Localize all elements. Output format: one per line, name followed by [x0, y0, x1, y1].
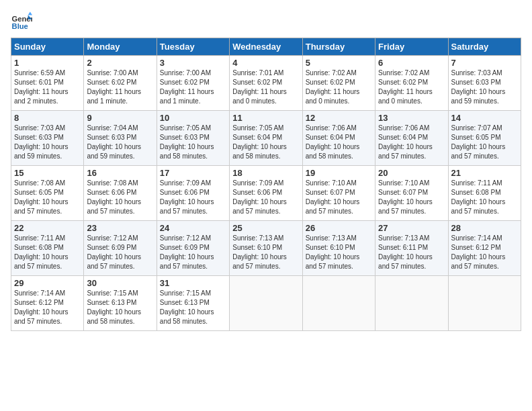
calendar-cell: 19 Sunrise: 7:10 AM Sunset: 6:07 PM Dayl… — [302, 166, 375, 221]
day-info: Sunrise: 7:06 AM Sunset: 6:04 PM Dayligh… — [378, 124, 445, 161]
calendar-cell: 9 Sunrise: 7:04 AM Sunset: 6:03 PM Dayli… — [84, 111, 157, 166]
calendar-week-1: 1 Sunrise: 6:59 AM Sunset: 6:01 PM Dayli… — [11, 56, 521, 111]
calendar-cell: 6 Sunrise: 7:02 AM Sunset: 6:02 PM Dayli… — [375, 56, 448, 111]
day-number: 6 — [378, 58, 445, 68]
day-info: Sunrise: 7:14 AM Sunset: 6:12 PM Dayligh… — [451, 234, 518, 271]
day-info: Sunrise: 7:07 AM Sunset: 6:05 PM Dayligh… — [451, 124, 518, 161]
day-number: 15 — [14, 168, 81, 178]
calendar-cell: 11 Sunrise: 7:05 AM Sunset: 6:04 PM Dayl… — [230, 111, 302, 166]
day-number: 21 — [451, 168, 518, 178]
calendar-cell — [230, 276, 302, 331]
calendar-cell: 21 Sunrise: 7:11 AM Sunset: 6:08 PM Dayl… — [448, 166, 521, 221]
calendar-cell — [375, 276, 448, 331]
day-info: Sunrise: 7:08 AM Sunset: 6:05 PM Dayligh… — [14, 179, 81, 216]
calendar-cell: 24 Sunrise: 7:12 AM Sunset: 6:09 PM Dayl… — [157, 221, 229, 276]
day-number: 17 — [160, 168, 226, 178]
calendar-cell: 18 Sunrise: 7:09 AM Sunset: 6:06 PM Dayl… — [230, 166, 302, 221]
day-info: Sunrise: 7:03 AM Sunset: 6:03 PM Dayligh… — [14, 124, 81, 161]
day-number: 13 — [378, 113, 445, 123]
calendar-cell: 4 Sunrise: 7:01 AM Sunset: 6:02 PM Dayli… — [230, 56, 302, 111]
day-info: Sunrise: 7:04 AM Sunset: 6:03 PM Dayligh… — [87, 124, 153, 161]
weekday-header-monday: Monday — [84, 38, 157, 56]
day-info: Sunrise: 7:14 AM Sunset: 6:12 PM Dayligh… — [14, 289, 81, 326]
calendar-cell: 8 Sunrise: 7:03 AM Sunset: 6:03 PM Dayli… — [11, 111, 84, 166]
calendar-table: SundayMondayTuesdayWednesdayThursdayFrid… — [11, 38, 521, 331]
calendar-week-5: 29 Sunrise: 7:14 AM Sunset: 6:12 PM Dayl… — [11, 276, 521, 331]
day-number: 25 — [232, 223, 299, 233]
day-number: 16 — [87, 168, 153, 178]
day-info: Sunrise: 7:13 AM Sunset: 6:11 PM Dayligh… — [378, 234, 445, 271]
day-number: 29 — [14, 278, 81, 288]
day-number: 12 — [306, 113, 372, 123]
day-number: 31 — [160, 278, 226, 288]
calendar-cell: 5 Sunrise: 7:02 AM Sunset: 6:02 PM Dayli… — [302, 56, 375, 111]
day-number: 10 — [160, 113, 226, 123]
day-number: 26 — [306, 223, 372, 233]
day-info: Sunrise: 7:03 AM Sunset: 6:03 PM Dayligh… — [451, 68, 518, 106]
day-info: Sunrise: 7:12 AM Sunset: 6:09 PM Dayligh… — [160, 234, 226, 271]
calendar-cell: 31 Sunrise: 7:15 AM Sunset: 6:13 PM Dayl… — [157, 276, 229, 331]
day-number: 19 — [306, 168, 372, 178]
day-info: Sunrise: 7:02 AM Sunset: 6:02 PM Dayligh… — [306, 68, 372, 106]
day-number: 9 — [87, 113, 153, 123]
day-info: Sunrise: 7:13 AM Sunset: 6:10 PM Dayligh… — [232, 234, 299, 271]
day-info: Sunrise: 7:10 AM Sunset: 6:07 PM Dayligh… — [378, 179, 445, 216]
weekday-header-tuesday: Tuesday — [157, 38, 229, 56]
calendar-cell: 7 Sunrise: 7:03 AM Sunset: 6:03 PM Dayli… — [448, 56, 521, 111]
day-number: 22 — [14, 223, 81, 233]
calendar-cell: 1 Sunrise: 6:59 AM Sunset: 6:01 PM Dayli… — [11, 56, 84, 111]
calendar-cell: 30 Sunrise: 7:15 AM Sunset: 6:13 PM Dayl… — [84, 276, 157, 331]
calendar-cell: 16 Sunrise: 7:08 AM Sunset: 6:06 PM Dayl… — [84, 166, 157, 221]
day-info: Sunrise: 7:10 AM Sunset: 6:07 PM Dayligh… — [306, 179, 372, 216]
day-number: 14 — [451, 113, 518, 123]
page-header: General Blue — [11, 11, 521, 32]
calendar-cell: 3 Sunrise: 7:00 AM Sunset: 6:02 PM Dayli… — [157, 56, 229, 111]
calendar-cell: 22 Sunrise: 7:11 AM Sunset: 6:08 PM Dayl… — [11, 221, 84, 276]
calendar-cell: 10 Sunrise: 7:05 AM Sunset: 6:03 PM Dayl… — [157, 111, 229, 166]
day-number: 4 — [232, 58, 299, 68]
calendar-cell: 15 Sunrise: 7:08 AM Sunset: 6:05 PM Dayl… — [11, 166, 84, 221]
day-number: 20 — [378, 168, 445, 178]
calendar-week-3: 15 Sunrise: 7:08 AM Sunset: 6:05 PM Dayl… — [11, 166, 521, 221]
weekday-header-wednesday: Wednesday — [230, 38, 302, 56]
day-number: 23 — [87, 223, 153, 233]
day-number: 11 — [232, 113, 299, 123]
day-number: 28 — [451, 223, 518, 233]
weekday-header-row: SundayMondayTuesdayWednesdayThursdayFrid… — [11, 38, 521, 56]
day-number: 3 — [160, 58, 226, 68]
day-info: Sunrise: 7:15 AM Sunset: 6:13 PM Dayligh… — [160, 289, 226, 326]
day-info: Sunrise: 7:09 AM Sunset: 6:06 PM Dayligh… — [232, 179, 299, 216]
calendar-cell: 25 Sunrise: 7:13 AM Sunset: 6:10 PM Dayl… — [230, 221, 302, 276]
day-info: Sunrise: 7:09 AM Sunset: 6:06 PM Dayligh… — [160, 179, 226, 216]
day-number: 7 — [451, 58, 518, 68]
logo-icon: General Blue — [11, 11, 32, 32]
svg-marker-3 — [28, 12, 32, 15]
weekday-header-friday: Friday — [375, 38, 448, 56]
calendar-cell: 29 Sunrise: 7:14 AM Sunset: 6:12 PM Dayl… — [11, 276, 84, 331]
calendar-cell: 27 Sunrise: 7:13 AM Sunset: 6:11 PM Dayl… — [375, 221, 448, 276]
day-info: Sunrise: 7:05 AM Sunset: 6:03 PM Dayligh… — [160, 124, 226, 161]
weekday-header-saturday: Saturday — [448, 38, 521, 56]
calendar-cell: 23 Sunrise: 7:12 AM Sunset: 6:09 PM Dayl… — [84, 221, 157, 276]
day-info: Sunrise: 7:11 AM Sunset: 6:08 PM Dayligh… — [451, 179, 518, 216]
calendar-week-2: 8 Sunrise: 7:03 AM Sunset: 6:03 PM Dayli… — [11, 111, 521, 166]
day-number: 2 — [87, 58, 153, 68]
svg-text:Blue: Blue — [12, 22, 28, 30]
day-number: 18 — [232, 168, 299, 178]
day-info: Sunrise: 7:12 AM Sunset: 6:09 PM Dayligh… — [87, 234, 153, 271]
weekday-header-thursday: Thursday — [302, 38, 375, 56]
day-number: 1 — [14, 58, 81, 68]
day-number: 30 — [87, 278, 153, 288]
day-number: 5 — [306, 58, 372, 68]
calendar-cell: 13 Sunrise: 7:06 AM Sunset: 6:04 PM Dayl… — [375, 111, 448, 166]
day-info: Sunrise: 7:00 AM Sunset: 6:02 PM Dayligh… — [160, 68, 226, 106]
day-info: Sunrise: 7:15 AM Sunset: 6:13 PM Dayligh… — [87, 289, 153, 326]
day-info: Sunrise: 7:00 AM Sunset: 6:02 PM Dayligh… — [87, 68, 153, 106]
day-info: Sunrise: 7:06 AM Sunset: 6:04 PM Dayligh… — [306, 124, 372, 161]
weekday-header-sunday: Sunday — [11, 38, 84, 56]
day-number: 8 — [14, 113, 81, 123]
day-info: Sunrise: 6:59 AM Sunset: 6:01 PM Dayligh… — [14, 68, 81, 106]
day-number: 24 — [160, 223, 226, 233]
day-info: Sunrise: 7:01 AM Sunset: 6:02 PM Dayligh… — [232, 68, 299, 106]
calendar-cell: 20 Sunrise: 7:10 AM Sunset: 6:07 PM Dayl… — [375, 166, 448, 221]
